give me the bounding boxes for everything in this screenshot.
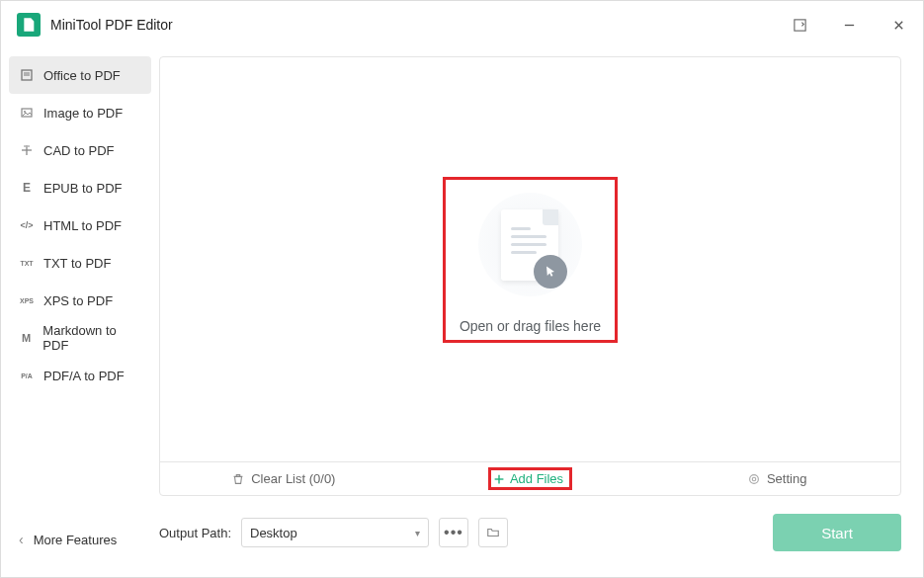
sidebar-item-cad-to-pdf[interactable]: CAD to PDF	[9, 131, 151, 169]
start-button[interactable]: Start	[773, 514, 901, 551]
sidebar-item-label: PDF/A to PDF	[43, 369, 125, 383]
app-window: MiniTool PDF Editor Office to PDF	[0, 0, 924, 578]
plus-icon	[492, 472, 506, 486]
drop-highlight-box: Open or drag files here	[443, 177, 618, 343]
sidebar-item-xps-to-pdf[interactable]: XPS XPS to PDF	[9, 282, 151, 319]
trash-icon	[231, 472, 245, 486]
sidebar-item-image-to-pdf[interactable]: Image to PDF	[9, 94, 151, 131]
minimize-button[interactable]	[834, 10, 864, 40]
markdown-icon: M	[19, 332, 34, 344]
setting-button[interactable]: Setting	[653, 462, 900, 495]
sidebar: Office to PDF Image to PDF CAD to PDF E …	[1, 48, 159, 577]
sidebar-item-label: TXT to PDF	[43, 256, 111, 271]
more-options-button[interactable]: •••	[439, 518, 468, 547]
clear-list-label: Clear List (0/0)	[251, 471, 335, 486]
footer: Output Path: Desktop ▾ ••• Start	[159, 496, 901, 555]
svg-point-16	[752, 477, 756, 481]
sidebar-item-epub-to-pdf[interactable]: E EPUB to PDF	[9, 169, 151, 206]
sidebar-item-label: Office to PDF	[43, 68, 121, 83]
caret-down-icon: ▾	[415, 528, 420, 538]
sidebar-item-office-to-pdf[interactable]: Office to PDF	[9, 56, 151, 94]
html-icon: </>	[19, 220, 35, 230]
drop-text: Open or drag files here	[460, 318, 601, 334]
clear-list-button[interactable]: Clear List (0/0)	[160, 462, 407, 495]
file-panel: Open or drag files here Clear List (0/0)…	[159, 56, 901, 496]
image-icon	[19, 106, 35, 120]
epub-icon: E	[19, 181, 35, 195]
app-title: MiniTool PDF Editor	[50, 17, 173, 33]
window-controls	[785, 10, 913, 40]
more-features-label: More Features	[34, 533, 118, 547]
add-files-label: Add Files	[510, 471, 563, 486]
svg-rect-0	[794, 19, 804, 30]
main-area: Open or drag files here Clear List (0/0)…	[159, 48, 923, 577]
drop-illustration-icon	[470, 186, 589, 304]
setting-label: Setting	[767, 471, 806, 486]
office-icon	[19, 68, 35, 82]
sidebar-item-txt-to-pdf[interactable]: TXT TXT to PDF	[9, 244, 151, 282]
sidebar-item-pdfa-to-pdf[interactable]: P/A PDF/A to PDF	[9, 357, 151, 394]
sidebar-item-label: Image to PDF	[43, 106, 123, 121]
close-button[interactable]	[883, 10, 913, 40]
cad-icon	[19, 143, 35, 157]
title-bar: MiniTool PDF Editor	[1, 1, 923, 48]
output-path-label: Output Path:	[159, 526, 231, 540]
more-features-button[interactable]: ‹ More Features	[9, 532, 151, 547]
panel-toolbar: Clear List (0/0) Add Files Setting	[160, 461, 900, 495]
sidebar-item-html-to-pdf[interactable]: </> HTML to PDF	[9, 206, 151, 244]
sidebar-item-label: HTML to PDF	[43, 218, 122, 233]
add-files-button[interactable]: Add Files	[407, 462, 654, 495]
svg-point-15	[750, 474, 759, 483]
txt-icon: TXT	[19, 260, 35, 267]
pdfa-icon: P/A	[19, 372, 35, 379]
output-path-value: Desktop	[250, 526, 297, 540]
xps-icon: XPS	[19, 297, 35, 304]
gear-icon	[747, 472, 761, 486]
folder-icon	[486, 526, 500, 539]
chevron-left-icon: ‹	[19, 532, 24, 547]
output-path-select[interactable]: Desktop ▾	[241, 518, 429, 547]
sidebar-item-label: EPUB to PDF	[43, 181, 122, 196]
sidebar-item-label: XPS to PDF	[43, 293, 113, 308]
sidebar-item-markdown-to-pdf[interactable]: M Markdown to PDF	[9, 319, 151, 357]
drop-area[interactable]: Open or drag files here	[160, 57, 900, 461]
ellipsis-icon: •••	[444, 524, 463, 541]
add-files-highlight-box: Add Files	[488, 467, 572, 490]
header-menu-icon[interactable]	[785, 10, 814, 40]
sidebar-item-label: CAD to PDF	[43, 143, 115, 158]
app-logo-icon	[17, 13, 41, 37]
sidebar-item-label: Markdown to PDF	[42, 323, 141, 353]
open-folder-button[interactable]	[478, 518, 508, 547]
